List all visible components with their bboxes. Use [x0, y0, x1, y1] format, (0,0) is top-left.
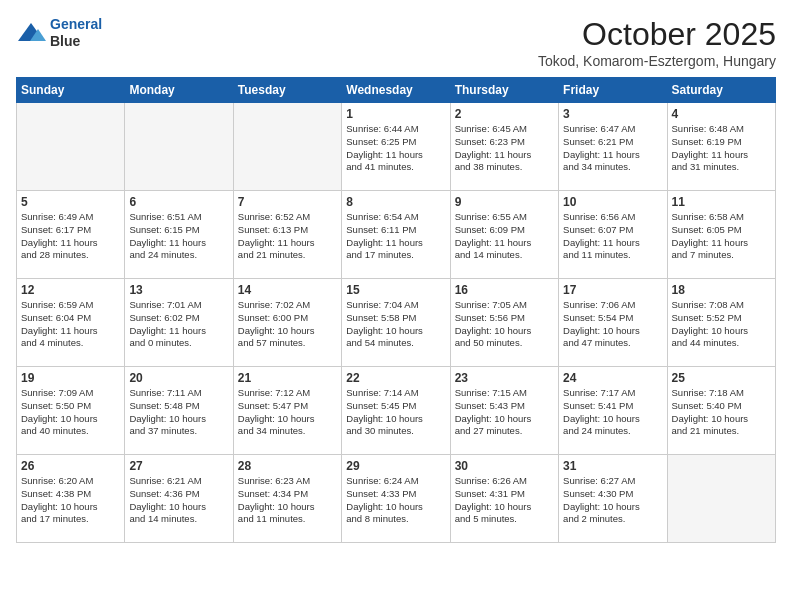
calendar-cell: 11Sunrise: 6:58 AM Sunset: 6:05 PM Dayli… [667, 191, 775, 279]
calendar-cell: 17Sunrise: 7:06 AM Sunset: 5:54 PM Dayli… [559, 279, 667, 367]
day-info: Sunrise: 7:08 AM Sunset: 5:52 PM Dayligh… [672, 299, 771, 350]
day-info: Sunrise: 7:01 AM Sunset: 6:02 PM Dayligh… [129, 299, 228, 350]
calendar-cell: 31Sunrise: 6:27 AM Sunset: 4:30 PM Dayli… [559, 455, 667, 543]
day-info: Sunrise: 6:48 AM Sunset: 6:19 PM Dayligh… [672, 123, 771, 174]
day-info: Sunrise: 6:26 AM Sunset: 4:31 PM Dayligh… [455, 475, 554, 526]
calendar-cell: 15Sunrise: 7:04 AM Sunset: 5:58 PM Dayli… [342, 279, 450, 367]
calendar-cell: 16Sunrise: 7:05 AM Sunset: 5:56 PM Dayli… [450, 279, 558, 367]
weekday-header-sunday: Sunday [17, 78, 125, 103]
calendar-cell: 3Sunrise: 6:47 AM Sunset: 6:21 PM Daylig… [559, 103, 667, 191]
week-row-1: 1Sunrise: 6:44 AM Sunset: 6:25 PM Daylig… [17, 103, 776, 191]
title-block: October 2025 Tokod, Komarom-Esztergom, H… [538, 16, 776, 69]
day-number: 24 [563, 371, 662, 385]
logo-line1: General [50, 16, 102, 32]
day-info: Sunrise: 6:44 AM Sunset: 6:25 PM Dayligh… [346, 123, 445, 174]
calendar-cell: 6Sunrise: 6:51 AM Sunset: 6:15 PM Daylig… [125, 191, 233, 279]
day-number: 9 [455, 195, 554, 209]
weekday-header-friday: Friday [559, 78, 667, 103]
day-info: Sunrise: 6:45 AM Sunset: 6:23 PM Dayligh… [455, 123, 554, 174]
logo-line2: Blue [50, 33, 102, 50]
day-number: 8 [346, 195, 445, 209]
week-row-2: 5Sunrise: 6:49 AM Sunset: 6:17 PM Daylig… [17, 191, 776, 279]
day-number: 25 [672, 371, 771, 385]
day-number: 3 [563, 107, 662, 121]
day-info: Sunrise: 7:14 AM Sunset: 5:45 PM Dayligh… [346, 387, 445, 438]
day-number: 1 [346, 107, 445, 121]
weekday-header-wednesday: Wednesday [342, 78, 450, 103]
day-info: Sunrise: 6:56 AM Sunset: 6:07 PM Dayligh… [563, 211, 662, 262]
calendar-cell: 12Sunrise: 6:59 AM Sunset: 6:04 PM Dayli… [17, 279, 125, 367]
day-info: Sunrise: 6:23 AM Sunset: 4:34 PM Dayligh… [238, 475, 337, 526]
day-number: 15 [346, 283, 445, 297]
day-number: 23 [455, 371, 554, 385]
day-info: Sunrise: 7:05 AM Sunset: 5:56 PM Dayligh… [455, 299, 554, 350]
calendar-cell [17, 103, 125, 191]
day-info: Sunrise: 6:54 AM Sunset: 6:11 PM Dayligh… [346, 211, 445, 262]
month-title: October 2025 [538, 16, 776, 53]
day-info: Sunrise: 6:49 AM Sunset: 6:17 PM Dayligh… [21, 211, 120, 262]
day-number: 29 [346, 459, 445, 473]
page-header: General Blue October 2025 Tokod, Komarom… [16, 16, 776, 69]
calendar-cell: 28Sunrise: 6:23 AM Sunset: 4:34 PM Dayli… [233, 455, 341, 543]
day-number: 21 [238, 371, 337, 385]
day-info: Sunrise: 6:24 AM Sunset: 4:33 PM Dayligh… [346, 475, 445, 526]
day-info: Sunrise: 6:58 AM Sunset: 6:05 PM Dayligh… [672, 211, 771, 262]
day-number: 16 [455, 283, 554, 297]
day-number: 30 [455, 459, 554, 473]
day-number: 7 [238, 195, 337, 209]
week-row-5: 26Sunrise: 6:20 AM Sunset: 4:38 PM Dayli… [17, 455, 776, 543]
weekday-header-row: SundayMondayTuesdayWednesdayThursdayFrid… [17, 78, 776, 103]
day-info: Sunrise: 6:59 AM Sunset: 6:04 PM Dayligh… [21, 299, 120, 350]
day-info: Sunrise: 6:20 AM Sunset: 4:38 PM Dayligh… [21, 475, 120, 526]
day-info: Sunrise: 7:09 AM Sunset: 5:50 PM Dayligh… [21, 387, 120, 438]
weekday-header-tuesday: Tuesday [233, 78, 341, 103]
day-number: 28 [238, 459, 337, 473]
location-subtitle: Tokod, Komarom-Esztergom, Hungary [538, 53, 776, 69]
day-number: 27 [129, 459, 228, 473]
calendar-table: SundayMondayTuesdayWednesdayThursdayFrid… [16, 77, 776, 543]
weekday-header-saturday: Saturday [667, 78, 775, 103]
calendar-cell: 4Sunrise: 6:48 AM Sunset: 6:19 PM Daylig… [667, 103, 775, 191]
day-info: Sunrise: 7:15 AM Sunset: 5:43 PM Dayligh… [455, 387, 554, 438]
calendar-cell [667, 455, 775, 543]
calendar-cell: 24Sunrise: 7:17 AM Sunset: 5:41 PM Dayli… [559, 367, 667, 455]
day-number: 31 [563, 459, 662, 473]
day-info: Sunrise: 6:55 AM Sunset: 6:09 PM Dayligh… [455, 211, 554, 262]
day-info: Sunrise: 6:52 AM Sunset: 6:13 PM Dayligh… [238, 211, 337, 262]
day-number: 22 [346, 371, 445, 385]
day-info: Sunrise: 7:06 AM Sunset: 5:54 PM Dayligh… [563, 299, 662, 350]
calendar-cell: 2Sunrise: 6:45 AM Sunset: 6:23 PM Daylig… [450, 103, 558, 191]
calendar-cell: 27Sunrise: 6:21 AM Sunset: 4:36 PM Dayli… [125, 455, 233, 543]
day-number: 20 [129, 371, 228, 385]
day-info: Sunrise: 6:21 AM Sunset: 4:36 PM Dayligh… [129, 475, 228, 526]
day-info: Sunrise: 7:12 AM Sunset: 5:47 PM Dayligh… [238, 387, 337, 438]
weekday-header-monday: Monday [125, 78, 233, 103]
day-number: 2 [455, 107, 554, 121]
day-number: 18 [672, 283, 771, 297]
day-number: 6 [129, 195, 228, 209]
day-number: 13 [129, 283, 228, 297]
calendar-cell: 25Sunrise: 7:18 AM Sunset: 5:40 PM Dayli… [667, 367, 775, 455]
calendar-cell: 14Sunrise: 7:02 AM Sunset: 6:00 PM Dayli… [233, 279, 341, 367]
day-number: 26 [21, 459, 120, 473]
calendar-cell: 23Sunrise: 7:15 AM Sunset: 5:43 PM Dayli… [450, 367, 558, 455]
calendar-cell: 19Sunrise: 7:09 AM Sunset: 5:50 PM Dayli… [17, 367, 125, 455]
calendar-cell: 1Sunrise: 6:44 AM Sunset: 6:25 PM Daylig… [342, 103, 450, 191]
day-info: Sunrise: 7:02 AM Sunset: 6:00 PM Dayligh… [238, 299, 337, 350]
logo-icon [16, 21, 46, 45]
day-info: Sunrise: 7:11 AM Sunset: 5:48 PM Dayligh… [129, 387, 228, 438]
calendar-cell: 10Sunrise: 6:56 AM Sunset: 6:07 PM Dayli… [559, 191, 667, 279]
day-number: 11 [672, 195, 771, 209]
logo: General Blue [16, 16, 102, 50]
week-row-3: 12Sunrise: 6:59 AM Sunset: 6:04 PM Dayli… [17, 279, 776, 367]
calendar-cell: 21Sunrise: 7:12 AM Sunset: 5:47 PM Dayli… [233, 367, 341, 455]
calendar-cell: 26Sunrise: 6:20 AM Sunset: 4:38 PM Dayli… [17, 455, 125, 543]
day-number: 17 [563, 283, 662, 297]
day-number: 4 [672, 107, 771, 121]
calendar-cell: 5Sunrise: 6:49 AM Sunset: 6:17 PM Daylig… [17, 191, 125, 279]
day-info: Sunrise: 6:47 AM Sunset: 6:21 PM Dayligh… [563, 123, 662, 174]
day-number: 14 [238, 283, 337, 297]
day-info: Sunrise: 7:18 AM Sunset: 5:40 PM Dayligh… [672, 387, 771, 438]
calendar-cell: 22Sunrise: 7:14 AM Sunset: 5:45 PM Dayli… [342, 367, 450, 455]
day-number: 10 [563, 195, 662, 209]
